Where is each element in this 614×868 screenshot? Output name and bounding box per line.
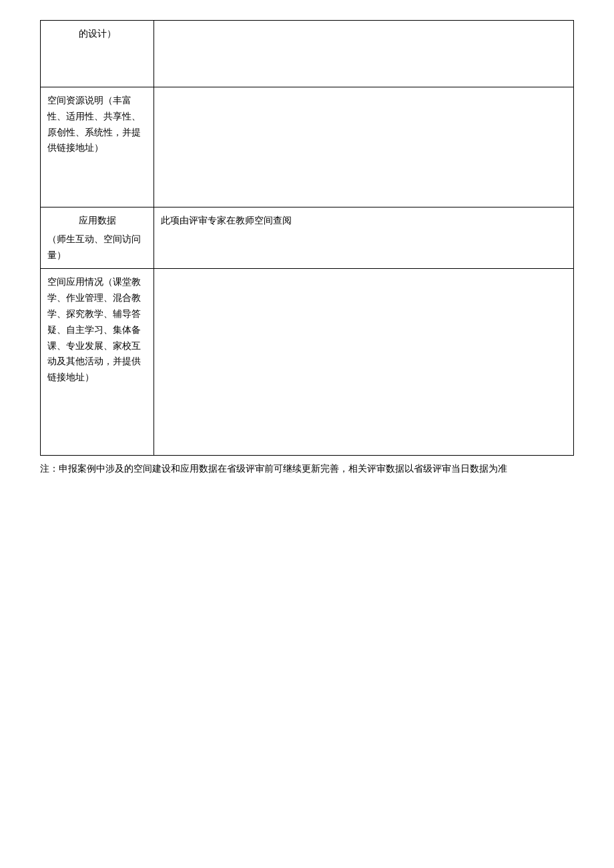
cell-appstatus-left: 空间应用情况（课堂教学、作业管理、混合教学、探究教学、辅导答疑、自主学习、集体备… (41, 269, 154, 456)
appdata-content: 此项由评审专家在教师空间查阅 (161, 213, 567, 229)
note-text: 注：申报案例中涉及的空间建设和应用数据在省级评审前可继续更新完善，相关评审数据以… (40, 464, 507, 474)
main-table: 的设计） 空间资源说明（丰富性、适用性、共享性、原创性、系统性，并提供链接地址） (40, 20, 574, 456)
resources-label: 空间资源说明（丰富性、适用性、共享性、原创性、系统性，并提供链接地址） (47, 93, 147, 156)
cell-appdata-right: 此项由评审专家在教师空间查阅 (154, 207, 574, 269)
table-row: 应用数据 （师生互动、空间访问量） 此项由评审专家在教师空间查阅 (41, 207, 574, 269)
cell-design-right (154, 21, 574, 87)
cell-design-left: 的设计） (41, 21, 154, 87)
appstatus-label: 空间应用情况（课堂教学、作业管理、混合教学、探究教学、辅导答疑、自主学习、集体备… (47, 274, 147, 386)
page-container: 的设计） 空间资源说明（丰富性、适用性、共享性、原创性、系统性，并提供链接地址） (40, 13, 574, 477)
appdata-subtitle: （师生互动、空间访问量） (47, 234, 141, 260)
appdata-title: 应用数据 (79, 215, 116, 226)
cell-resources-left: 空间资源说明（丰富性、适用性、共享性、原创性、系统性，并提供链接地址） (41, 87, 154, 207)
appdata-label: 应用数据 （师生互动、空间访问量） (47, 213, 147, 263)
table-row: 空间应用情况（课堂教学、作业管理、混合教学、探究教学、辅导答疑、自主学习、集体备… (41, 269, 574, 456)
cell-appstatus-right (154, 269, 574, 456)
table-row: 的设计） (41, 21, 574, 87)
note-section: 注：申报案例中涉及的空间建设和应用数据在省级评审前可继续更新完善，相关评审数据以… (40, 461, 574, 477)
table-row: 空间资源说明（丰富性、适用性、共享性、原创性、系统性，并提供链接地址） (41, 87, 574, 207)
cell-appdata-left: 应用数据 （师生互动、空间访问量） (41, 207, 154, 269)
cell-resources-right (154, 87, 574, 207)
design-label: 的设计） (47, 26, 147, 42)
